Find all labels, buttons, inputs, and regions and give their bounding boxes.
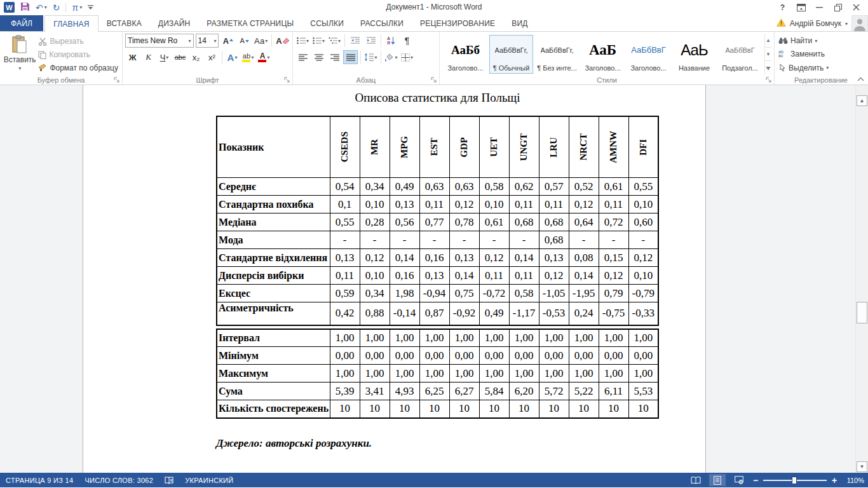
zoom-slider-thumb[interactable] xyxy=(792,477,797,484)
table-cell[interactable]: 1,00 xyxy=(628,365,658,383)
table-cell[interactable]: 0,56 xyxy=(390,214,419,231)
table-cell[interactable]: 1,00 xyxy=(330,329,360,347)
table-cell[interactable]: 1,00 xyxy=(628,329,658,347)
line-spacing-button[interactable]: ▾ xyxy=(363,50,378,64)
qat-customize-button[interactable] xyxy=(88,4,93,10)
table-cell[interactable]: 10 xyxy=(628,400,658,418)
table-cell[interactable]: 0,57 xyxy=(539,178,569,196)
table-cell[interactable]: - xyxy=(390,231,419,249)
table-cell[interactable]: - xyxy=(599,231,628,249)
justify-button[interactable] xyxy=(343,50,358,64)
zoom-slider-track[interactable] xyxy=(763,476,827,485)
table-cell[interactable]: - xyxy=(449,231,479,249)
style-card-6[interactable]: АаБбВвГПодзагол... xyxy=(718,35,762,74)
table-cell[interactable]: 0,11 xyxy=(509,267,539,285)
table-cell[interactable]: 0,63 xyxy=(449,178,479,196)
table-cell[interactable]: 0,00 xyxy=(330,347,360,365)
user-menu-caret-icon[interactable]: ▾ xyxy=(845,21,848,27)
table-cell[interactable]: -1,95 xyxy=(569,285,599,302)
table-cell[interactable]: 0,12 xyxy=(628,249,658,267)
row-label[interactable]: Максимум xyxy=(217,365,330,383)
table-cell[interactable]: -1,05 xyxy=(539,285,569,302)
change-case-button[interactable]: Аа▾ xyxy=(254,34,268,48)
table-cell[interactable]: 1,00 xyxy=(330,365,360,383)
table-cell[interactable]: 0,11 xyxy=(539,196,569,214)
table-column-CSEDS[interactable]: CSEDS xyxy=(330,116,360,178)
table-cell[interactable]: 0,12 xyxy=(539,267,569,285)
table-cell[interactable]: 6,25 xyxy=(419,383,449,400)
table-cell[interactable]: 0,34 xyxy=(360,178,390,196)
table-cell[interactable]: -0,75 xyxy=(599,302,628,325)
table-cell[interactable]: 1,00 xyxy=(599,365,628,383)
replace-button[interactable]: abac Заменить xyxy=(777,48,865,60)
font-size-combobox[interactable]: 14▾ xyxy=(196,34,219,48)
text-effects-button[interactable]: А▾ xyxy=(225,50,240,64)
increase-indent-button[interactable] xyxy=(363,34,378,48)
table-cell[interactable]: 1,00 xyxy=(449,329,479,347)
table-cell[interactable]: 0,61 xyxy=(479,214,509,231)
table-cell[interactable]: 0,12 xyxy=(449,196,479,214)
table-cell[interactable]: 3,41 xyxy=(360,383,390,400)
align-left-button[interactable] xyxy=(295,50,310,64)
table-cell[interactable]: 1,00 xyxy=(539,365,569,383)
strikethrough-button[interactable]: abc xyxy=(173,50,187,64)
table-cell[interactable]: 0,88 xyxy=(360,302,390,325)
table-cell[interactable]: 0,87 xyxy=(419,302,449,325)
equation-button[interactable]: π▾ xyxy=(72,3,82,12)
sort-button[interactable]: АЯ xyxy=(384,34,398,48)
table-cell[interactable]: 1,00 xyxy=(449,365,479,383)
borders-button[interactable]: ▾ xyxy=(400,50,414,64)
table-cell[interactable]: 0,10 xyxy=(360,196,390,214)
table-cell[interactable]: -0,79 xyxy=(628,285,658,302)
table-cell[interactable]: 1,00 xyxy=(360,365,390,383)
table-cell[interactable]: 0,12 xyxy=(569,196,599,214)
align-center-button[interactable] xyxy=(311,50,326,64)
styles-scroll-up-icon[interactable]: ▲ xyxy=(765,34,771,48)
multilevel-list-button[interactable]: ▾ xyxy=(327,34,342,48)
superscript-button[interactable]: x² xyxy=(205,50,219,64)
document-page[interactable]: Описова статистика для Польщі ПоказникCS… xyxy=(83,85,706,473)
table-cell[interactable]: 0,14 xyxy=(390,249,419,267)
equation-caret-icon[interactable]: ▾ xyxy=(79,3,82,12)
zoom-level[interactable]: 110% xyxy=(843,477,864,484)
shading-button[interactable]: ▾ xyxy=(384,50,398,64)
table-cell[interactable]: 0,60 xyxy=(628,214,658,231)
find-button[interactable]: Найти▾ xyxy=(777,34,865,47)
table-cell[interactable]: 0,77 xyxy=(419,214,449,231)
style-card-4[interactable]: АаБбВвГЗаголово... xyxy=(627,35,670,74)
copy-button[interactable]: Копировать xyxy=(37,48,119,62)
user-name[interactable]: Андрій Бомчук xyxy=(790,19,841,28)
font-name-combobox[interactable]: Times New Ro▾ xyxy=(125,34,194,48)
undo-button[interactable]: ↶▾ xyxy=(36,3,47,12)
styles-expand-icon[interactable]: ▬▼ xyxy=(765,61,771,74)
table-cell[interactable]: - xyxy=(628,231,658,249)
table-cell[interactable]: 10 xyxy=(449,400,479,418)
style-card-5[interactable]: АаЬНазвание xyxy=(672,35,716,74)
table-cell[interactable]: 0,14 xyxy=(449,267,479,285)
table-cell[interactable]: 0,12 xyxy=(479,249,509,267)
scrollbar-thumb[interactable] xyxy=(857,302,867,323)
table-cell[interactable]: 5,39 xyxy=(330,383,360,400)
row-label[interactable]: Асиметричність xyxy=(217,302,330,325)
table-cell[interactable]: 1,00 xyxy=(479,365,509,383)
row-label[interactable]: Стандартна похибка xyxy=(217,196,330,214)
table-cell[interactable]: 0,00 xyxy=(419,347,449,365)
scroll-up-icon[interactable]: ▲ xyxy=(857,95,867,106)
table-cell[interactable]: - xyxy=(360,231,390,249)
bold-button[interactable]: Ж xyxy=(125,50,140,64)
paste-button[interactable]: Вставить ▾ xyxy=(3,34,37,74)
avatar[interactable] xyxy=(851,15,868,32)
proofing-status-icon[interactable] xyxy=(159,473,179,487)
row-label[interactable]: Медіана xyxy=(217,214,330,231)
table-title[interactable]: Описова статистика для Польщі xyxy=(216,91,659,107)
bullets-button[interactable]: ▾ xyxy=(295,34,310,48)
table-cell[interactable]: 10 xyxy=(330,400,360,418)
table-cell[interactable]: 0,58 xyxy=(509,285,539,302)
table-cell[interactable]: 0,13 xyxy=(539,249,569,267)
table-cell[interactable]: 5,84 xyxy=(479,383,509,400)
style-card-1[interactable]: АаБбВвГг,¶ Обычный xyxy=(489,35,533,74)
table-cell[interactable]: 0,11 xyxy=(509,196,539,214)
table-column-UET[interactable]: UET xyxy=(479,116,509,178)
table-cell[interactable]: 0,00 xyxy=(539,347,569,365)
table-cell[interactable]: -0,53 xyxy=(539,302,569,325)
